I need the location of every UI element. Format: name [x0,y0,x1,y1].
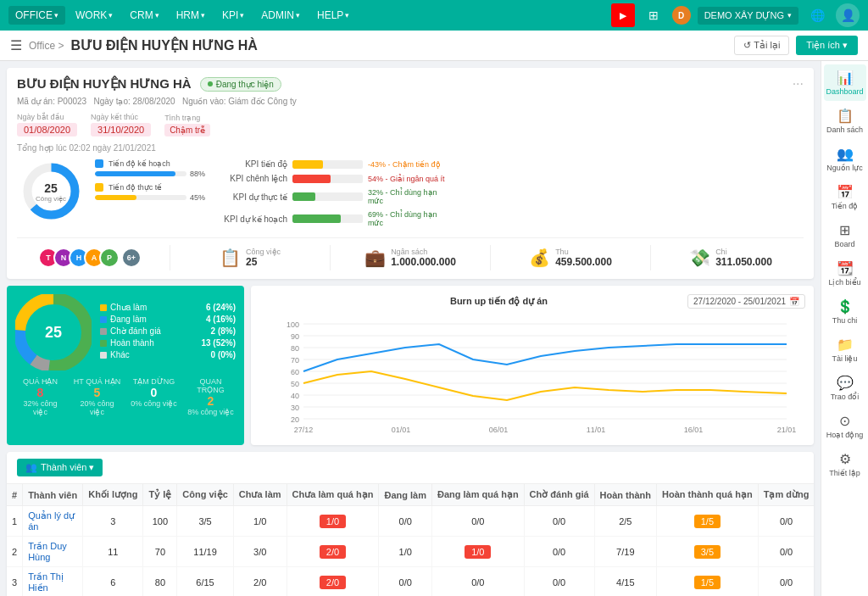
resource-icon: 👥 [837,146,854,162]
kpi-area: KPI tiến độ -43% - Chậm tiến độ KPI chên… [215,159,453,232]
table-cell: 3/5 [177,506,233,537]
sidebar-item-hoat-dong[interactable]: ⊙ Hoạt động [824,408,866,444]
member-name-cell[interactable]: Quản lý dự án [23,506,83,537]
progress-icon: 📅 [837,184,854,200]
nav-crm[interactable]: CRM ▾ [123,6,165,25]
table-cell: 70 [143,537,177,567]
avatar-5: P [99,248,120,268]
breadcrumb-office[interactable]: Office > [29,40,64,52]
table-cell: 1/0 [431,537,524,567]
sidebar-item-thu-chi[interactable]: 💲 Thu chi [824,293,866,330]
col-chua-lam: Chưa làm [233,484,287,506]
kpi-item-1: KPI tiến độ -43% - Chậm tiến độ [215,159,453,169]
member-name-cell[interactable]: Trần Duy Hùng [23,537,83,567]
globe-icon[interactable]: 🌐 [805,3,829,27]
table-cell: 1/5 [657,567,759,597]
youtube-icon[interactable]: ▶ [611,3,635,27]
date-range[interactable]: 27/12/2020 - 25/01/2021 📅 [687,294,805,309]
legend-hoan-thanh: Hoàn thành 13 (52%) [100,338,236,348]
project-fields: Ngày bắt đầu 01/08/2020 Ngày kết thúc 31… [17,113,804,136]
members-icon: 👥 [25,462,37,473]
svg-text:40: 40 [291,392,299,400]
grid-icon[interactable]: ⊞ [642,3,665,27]
table-cell: 0/0 [379,567,432,597]
status-dot [208,81,213,86]
stat-members: T N H A P 6+ [17,248,163,268]
table-cell: 0/0 [431,567,524,597]
main-layout: BƯU ĐIỆN HUYỆN HƯNG HÀ Đang thực hiện ··… [0,61,868,596]
stat-qua-han: QUÁ HẠN 8 32% công việc [15,377,65,416]
money-icon: 💲 [837,298,854,315]
nav-hrm[interactable]: HRM ▾ [170,6,212,25]
svg-text:27/12: 27/12 [294,426,314,434]
board-icon: ⊞ [839,222,850,238]
donut-center-num: 25 [36,181,66,194]
reload-button[interactable]: ↺ Tải lại [734,36,789,55]
more-options-icon[interactable]: ··· [793,76,804,92]
user-profile-icon[interactable]: 👤 [836,3,860,27]
top-navigation: OFFICE ▾ WORK ▾ CRM ▾ HRM ▾ KPI ▾ ADMIN … [0,0,868,31]
user-menu[interactable]: DEMO XÂY DỰNG ▾ [698,7,798,25]
sidebar-item-board[interactable]: ⊞ Board [824,217,866,253]
svg-text:01/01: 01/01 [392,426,411,434]
table-cell: 0/0 [758,567,814,597]
nav-work[interactable]: WORK ▾ [69,6,120,25]
table-cell: 0/0 [379,506,432,537]
list-icon: 📋 [837,108,854,124]
table-cell: 7/19 [594,537,657,567]
table-cell: 2/0 [287,537,379,567]
calendar-sidebar-icon: 📆 [837,260,854,276]
sidebar-item-trao-doi[interactable]: 💬 Trao đổi [824,370,866,406]
task-icon: 📋 [220,248,241,268]
table-cell: 0/0 [431,506,524,537]
table-cell: 1/0 [233,506,287,537]
svg-text:70: 70 [291,356,299,365]
sidebar-item-tien-do[interactable]: 📅 Tiến độ [824,179,866,215]
sidebar-item-danh-sach[interactable]: 📋 Danh sách [824,103,866,139]
project-meta: Mã dự án: P00023 Ngày tạo: 28/08/2020 Ng… [17,97,804,106]
table-header-row: 👥 Thành viên ▾ [7,452,814,484]
sidebar-item-lich-bieu[interactable]: 📆 Lịch biểu [824,255,866,292]
col-cong-viec: Công việc [177,484,233,506]
sidebar-item-thiet-lap[interactable]: ⚙ Thiết lập [824,446,866,482]
nav-admin[interactable]: ADMIN ▾ [254,6,307,25]
burnup-chart-svg: 100 90 80 70 60 50 40 30 20 27/12 01/01 … [259,315,805,434]
col-ty-le: Tỷ lệ [143,484,177,506]
kpi-item-4: KPI dự kế hoạch 69% - Chỉ dùng hạn mức [215,210,453,227]
stat-quan-trong: QUAN TRỌNG 2 8% công việc [186,377,236,416]
member-name-cell[interactable]: Trần Thị Hiền [23,567,83,597]
table-cell: 3/5 [657,537,759,567]
table-cell: 0/0 [524,506,594,537]
bottom-section: 25 Chưa làm 6 (24%) Đang làm 4 (16%) [7,286,814,445]
nav-office[interactable]: OFFICE ▾ [8,6,65,25]
sidebar-item-dashboard[interactable]: 📊 Dashboard [824,64,866,101]
task-donut-center: 25 [45,324,62,342]
table-cell: 0/0 [524,567,594,597]
table-cell: 6/15 [177,567,233,597]
svg-text:20: 20 [291,415,299,424]
progress-thuc-te: Tiến độ thực tế 45% [95,183,205,202]
table-cell: 0/0 [758,506,814,537]
status-badge: Đang thực hiện [200,77,281,92]
right-sidebar: 📊 Dashboard 📋 Danh sách 👥 Nguồn lực 📅 Ti… [821,61,868,596]
nav-help[interactable]: HELP ▾ [310,6,356,25]
table-cell: 2/5 [594,506,657,537]
stat-chi: 💸 Chi 311.050.000 [658,248,804,268]
table-cell: 1/5 [657,506,759,537]
table-cell: 4/15 [594,567,657,597]
kpi-item-3: KPI dự thực tế 32% - Chỉ dùng hạn mức [215,188,453,205]
field-ngay-bat-dau: Ngày bắt đầu 01/08/2020 [17,113,77,136]
col-hoan-thanh-qua-han: Hoàn thành quá hạn [657,484,759,506]
table-section: 👥 Thành viên ▾ # Thành viên Khối lượng T… [7,452,814,596]
breadcrumb-bar: ☰ Office > BƯU ĐIỆN HUYỆN HƯNG HÀ ↺ Tải … [0,31,868,61]
table-cell: 100 [143,506,177,537]
nav-kpi[interactable]: KPI ▾ [215,6,251,25]
user-avatar: D [672,6,691,25]
sidebar-item-tai-lieu[interactable]: 📁 Tài liệu [824,331,866,368]
hamburger-icon[interactable]: ☰ [10,37,22,53]
table-cell: 11 [83,537,143,567]
thanh-vien-button[interactable]: 👥 Thành viên ▾ [17,459,103,476]
stats-icons-row: T N H A P 6+ 📋 Công việc 25 [17,237,804,270]
tien-ich-button[interactable]: Tiện ích ▾ [796,36,858,55]
sidebar-item-nguon-luc[interactable]: 👥 Nguồn lực [824,141,866,177]
